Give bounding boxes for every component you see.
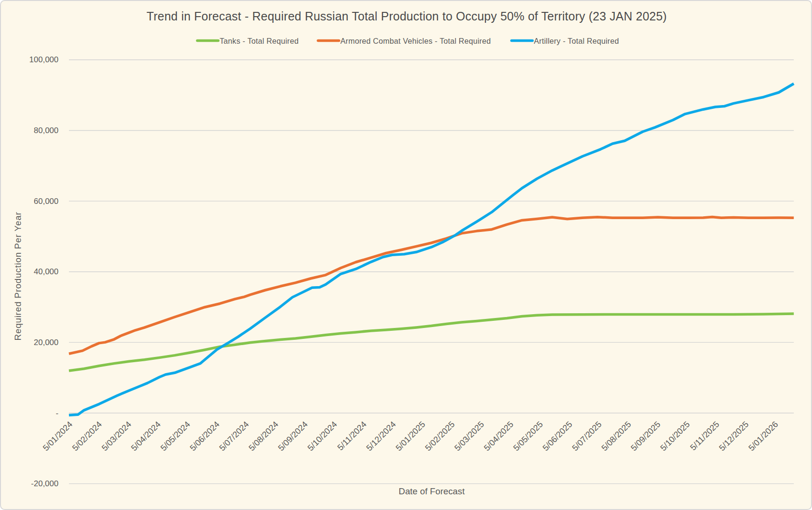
svg-text:Tanks - Total Required: Tanks - Total Required xyxy=(220,37,299,45)
svg-text:-: - xyxy=(56,409,58,418)
svg-text:20,000: 20,000 xyxy=(34,338,58,347)
svg-text:60,000: 60,000 xyxy=(34,197,58,206)
svg-text:Armored Combat Vehicles - Tota: Armored Combat Vehicles - Total Required xyxy=(340,37,491,45)
svg-text:Trend in Forecast - Required R: Trend in Forecast - Required Russian Tot… xyxy=(146,10,667,23)
svg-text:100,000: 100,000 xyxy=(29,55,58,64)
svg-text:Date of Forecast: Date of Forecast xyxy=(399,486,465,496)
svg-text:80,000: 80,000 xyxy=(34,126,58,135)
svg-text:Artillery - Total Required: Artillery - Total Required xyxy=(534,37,619,45)
svg-text:40,000: 40,000 xyxy=(34,267,58,276)
svg-text:Required Production Per Year: Required Production Per Year xyxy=(13,212,23,341)
svg-text:-20,000: -20,000 xyxy=(31,479,58,488)
